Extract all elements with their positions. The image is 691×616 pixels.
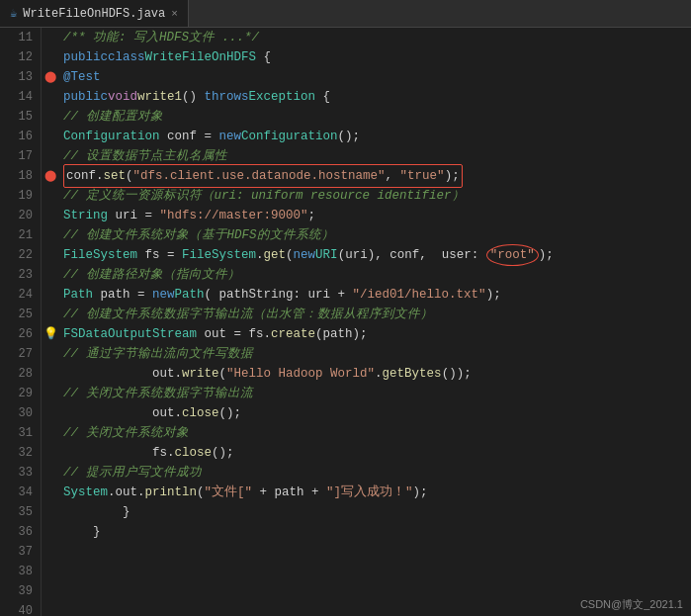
code-line-27: // 通过字节输出流向文件写数据 xyxy=(63,344,691,364)
ln-24: 24 xyxy=(0,285,33,305)
close-icon[interactable]: × xyxy=(171,8,178,20)
gutter-37 xyxy=(42,542,59,562)
code-line-18: conf.set("dfs.client.use.datanode.hostna… xyxy=(63,166,691,186)
gutter-11 xyxy=(42,28,59,47)
code-line-11: /** 功能: 写入HDFS文件 ...*/ xyxy=(63,28,691,47)
gutter-12 xyxy=(42,47,59,67)
ln-36: 36 xyxy=(0,522,33,542)
gutter-22 xyxy=(42,245,59,265)
file-icon: ☕ xyxy=(10,6,17,21)
gutter-30 xyxy=(42,403,59,423)
gutter-29 xyxy=(42,384,59,403)
gutter-18: ⬤ xyxy=(42,166,59,186)
tab-label: WriteFileOnHDFS.java xyxy=(23,7,165,21)
ln-32: 32 xyxy=(0,443,33,463)
ln-22: 22 xyxy=(0,245,33,265)
ln-20: 20 xyxy=(0,206,33,225)
code-line-16: Configuration conf = new Configuration()… xyxy=(63,127,691,146)
code-area: /** 功能: 写入HDFS文件 ...*/ public class Writ… xyxy=(59,28,691,616)
file-tab[interactable]: ☕ WriteFileOnHDFS.java × xyxy=(0,0,189,27)
ln-26: 26 xyxy=(0,324,33,344)
gutter: ⬤ ⬤ 💡 xyxy=(42,28,59,616)
ln-21: 21 xyxy=(0,225,33,245)
code-line-33: // 提示用户写文件成功 xyxy=(63,463,691,483)
gutter-17 xyxy=(42,146,59,166)
gutter-32 xyxy=(42,443,59,463)
ln-33: 33 xyxy=(0,463,33,483)
gutter-27 xyxy=(42,344,59,364)
ln-19: 19 xyxy=(0,186,33,206)
code-line-19: // 定义统一资源标识符（uri: uniform resource ident… xyxy=(63,186,691,206)
ln-40: 40 xyxy=(0,601,33,616)
ln-15: 15 xyxy=(0,107,33,127)
code-line-22: FileSystem fs = FileSystem.get(new URI(u… xyxy=(63,245,691,265)
code-line-25: // 创建文件系统数据字节输出流（出水管：数据从程序到文件） xyxy=(63,305,691,324)
code-line-32: fs.close(); xyxy=(63,443,691,463)
ln-34: 34 xyxy=(0,483,33,502)
gutter-34 xyxy=(42,483,59,502)
ln-35: 35 xyxy=(0,502,33,522)
ln-13: 13 xyxy=(0,67,33,87)
bulb-icon-26: 💡 xyxy=(43,324,58,344)
code-line-13: @Test xyxy=(63,67,691,87)
gutter-39 xyxy=(42,581,59,601)
gutter-35 xyxy=(42,502,59,522)
code-line-28: out.write("Hello Hadoop World".getBytes(… xyxy=(63,364,691,384)
ln-25: 25 xyxy=(0,305,33,324)
code-line-30: out.close(); xyxy=(63,403,691,423)
debug-breakpoint-13: ⬤ xyxy=(44,67,56,87)
ln-38: 38 xyxy=(0,562,33,581)
ln-37: 37 xyxy=(0,542,33,562)
ln-12: 12 xyxy=(0,47,33,67)
code-line-34: System.out.println("文件[" + path + "]写入成功… xyxy=(63,483,691,502)
gutter-16 xyxy=(42,127,59,146)
line-numbers: 11 12 13 14 15 16 17 18 19 20 21 22 23 2… xyxy=(0,28,42,616)
code-line-15: // 创建配置对象 xyxy=(63,107,691,127)
gutter-15 xyxy=(42,107,59,127)
ln-11: 11 xyxy=(0,28,33,47)
ln-23: 23 xyxy=(0,265,33,285)
code-line-37 xyxy=(63,542,691,562)
gutter-20 xyxy=(42,206,59,225)
gutter-19 xyxy=(42,186,59,206)
ln-29: 29 xyxy=(0,384,33,403)
editor-container: 11 12 13 14 15 16 17 18 19 20 21 22 23 2… xyxy=(0,28,691,616)
code-line-23: // 创建路径对象（指向文件） xyxy=(63,265,691,285)
code-line-14: public void write1() throws Exception { xyxy=(63,87,691,107)
gutter-25 xyxy=(42,305,59,324)
gutter-38 xyxy=(42,562,59,581)
ln-39: 39 xyxy=(0,581,33,601)
debug-breakpoint-18: ⬤ xyxy=(44,166,56,186)
ln-18: 18 xyxy=(0,166,33,186)
gutter-31 xyxy=(42,423,59,443)
gutter-40 xyxy=(42,601,59,616)
ln-16: 16 xyxy=(0,127,33,146)
ln-14: 14 xyxy=(0,87,33,107)
code-line-31: // 关闭文件系统对象 xyxy=(63,423,691,443)
gutter-28 xyxy=(42,364,59,384)
gutter-21 xyxy=(42,225,59,245)
code-line-17: // 设置数据节点主机名属性 xyxy=(63,146,691,166)
gutter-23 xyxy=(42,265,59,285)
tab-bar: ☕ WriteFileOnHDFS.java × xyxy=(0,0,691,28)
code-line-35: } xyxy=(63,502,691,522)
gutter-13: ⬤ xyxy=(42,67,59,87)
gutter-14 xyxy=(42,87,59,107)
ln-31: 31 xyxy=(0,423,33,443)
ln-27: 27 xyxy=(0,344,33,364)
ln-17: 17 xyxy=(0,146,33,166)
watermark: CSDN@博文_2021.1 xyxy=(580,597,683,612)
code-line-29: // 关闭文件系统数据字节输出流 xyxy=(63,384,691,403)
gutter-24 xyxy=(42,285,59,305)
gutter-36 xyxy=(42,522,59,542)
code-line-36: } xyxy=(63,522,691,542)
gutter-26: 💡 xyxy=(42,324,59,344)
code-line-24: Path path = new Path( pathString: uri + … xyxy=(63,285,691,305)
ln-28: 28 xyxy=(0,364,33,384)
gutter-33 xyxy=(42,463,59,483)
ln-30: 30 xyxy=(0,403,33,423)
code-line-38 xyxy=(63,562,691,581)
code-line-12: public class WriteFileOnHDFS { xyxy=(63,47,691,67)
code-line-20: String uri = "hdfs://master:9000"; xyxy=(63,206,691,225)
code-line-21: // 创建文件系统对象（基于HDFS的文件系统） xyxy=(63,225,691,245)
